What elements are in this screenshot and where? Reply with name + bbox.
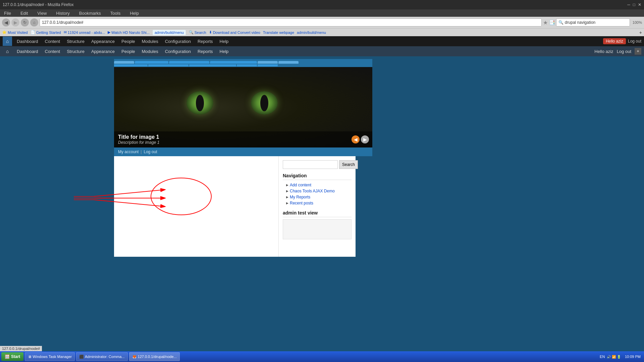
firefox-icon: 🦊: [132, 355, 137, 359]
page-icon: 📄: [31, 30, 35, 35]
site-tab-4[interactable]: [210, 61, 257, 64]
svg-point-6: [151, 178, 211, 215]
bookmark-most-visited[interactable]: ⭐ Most Visited: [2, 30, 28, 35]
site-tab-2[interactable]: [135, 61, 168, 64]
taskbar-command[interactable]: ⬛ Administrator: Comma...: [76, 352, 128, 361]
account-separator: |: [141, 149, 142, 154]
logout-link-2[interactable]: Log out: [617, 49, 631, 54]
content-with-annotation: [121, 163, 272, 250]
admin2-appearance[interactable]: Appearance: [88, 46, 118, 56]
drupal-home-icon[interactable]: ⌂: [3, 37, 12, 46]
refresh-button[interactable]: ↻: [21, 18, 29, 26]
admin-modules[interactable]: Modules: [139, 36, 162, 46]
taskbar-firefox[interactable]: 🦊 127.0.0.1/drupal/node...: [129, 352, 180, 361]
admin2-people[interactable]: People: [118, 46, 138, 56]
admin-logout[interactable]: Log out: [628, 39, 641, 44]
nav-list-item: My Reports: [286, 194, 352, 200]
menu-tools[interactable]: Tools: [108, 8, 122, 18]
expand-button[interactable]: +: [635, 48, 641, 55]
new-tab-button[interactable]: +: [639, 30, 642, 35]
browser-nav-bar: ◀ ▶ ↻ ⌂ 127.0.0.1/drupal/node# ★ 📑 🔍 dru…: [0, 17, 644, 28]
bookmark-getting-started[interactable]: 📄 Getting Started: [31, 30, 61, 35]
minimize-btn[interactable]: ─: [627, 2, 630, 7]
admin-test-view-content: [283, 219, 352, 239]
close-btn[interactable]: ✕: [638, 2, 641, 7]
home-button[interactable]: ⌂: [30, 18, 38, 26]
bookmark-admin-menu2[interactable]: admin/build/menu: [297, 31, 326, 35]
site-tab2-1[interactable]: [114, 64, 148, 66]
admin-help[interactable]: Help: [216, 36, 232, 46]
admin2-nav-right: Hello aziz Log out +: [594, 48, 641, 55]
site-tab-1[interactable]: [114, 61, 134, 64]
hero-description: Description for image 1: [118, 140, 368, 145]
site-tab2-3[interactable]: [189, 64, 236, 66]
browser-title: 127.0.0.1/drupal/node# - Mozilla Firefox: [3, 2, 73, 7]
menu-file[interactable]: File: [2, 8, 13, 18]
site-tab-3[interactable]: [169, 61, 209, 64]
task-manager-icon: 🖥: [28, 355, 32, 359]
admin-structure[interactable]: Structure: [63, 36, 88, 46]
site-tab-5[interactable]: [258, 61, 278, 64]
admin-content[interactable]: Content: [42, 36, 64, 46]
hello-text-2: Hello aziz: [594, 49, 613, 54]
admin2-modules[interactable]: Modules: [139, 46, 162, 56]
site-tab2-4[interactable]: [237, 64, 257, 66]
admin-dashboard[interactable]: Dashboard: [13, 36, 42, 46]
menu-edit[interactable]: Edit: [18, 8, 30, 18]
drupal-admin-bar-primary: ⌂ Dashboard Content Structure Appearance…: [0, 36, 644, 46]
bookmark-download[interactable]: ⬇ Download and Convert video: [209, 30, 260, 35]
address-bar[interactable]: 127.0.0.1/drupal/node#: [40, 18, 542, 26]
hero-caption: Title for image 1 Description for image …: [114, 131, 372, 147]
admin-reports[interactable]: Reports: [194, 36, 216, 46]
zoom-level: 100%: [633, 20, 642, 24]
admin2-configuration[interactable]: Configuration: [162, 46, 194, 56]
bookmark-admin-menu[interactable]: admin/build/menu: [152, 29, 186, 36]
drupal-home-icon-2[interactable]: ⌂: [3, 47, 12, 56]
admin2-reports[interactable]: Reports: [194, 46, 216, 56]
menu-bookmarks[interactable]: Bookmarks: [77, 8, 103, 18]
my-reports-link[interactable]: My Reports: [290, 195, 310, 199]
hero-next-button[interactable]: ▶: [361, 135, 369, 143]
maximize-btn[interactable]: □: [633, 2, 635, 7]
site-tab-6[interactable]: [278, 61, 299, 64]
recent-posts-link[interactable]: Recent posts: [290, 201, 313, 205]
menu-view[interactable]: View: [35, 8, 49, 18]
download-icon: ⬇: [209, 30, 212, 35]
hero-prev-button[interactable]: ◀: [352, 135, 360, 143]
back-button[interactable]: ◀: [2, 18, 10, 26]
logout-link-site[interactable]: Log out: [144, 149, 157, 154]
admin-people[interactable]: People: [118, 36, 138, 46]
svg-line-0: [94, 190, 164, 196]
search-input[interactable]: [283, 160, 338, 169]
menu-help[interactable]: Help: [128, 8, 141, 18]
forward-button[interactable]: ▶: [11, 18, 19, 26]
site-nav-tabs-row1: [114, 59, 372, 64]
admin2-help[interactable]: Help: [216, 46, 232, 56]
bookmark-email[interactable]: ✉ 11924 unread - abdu...: [64, 30, 105, 35]
admin2-content[interactable]: Content: [42, 46, 64, 56]
star-icon[interactable]: ★: [543, 19, 548, 26]
bookmark-naruto[interactable]: ▶ Watch HD Naruto Shi...: [108, 30, 150, 35]
start-button[interactable]: 🪟 Start: [1, 352, 23, 361]
bookmark-translate[interactable]: Translate webpage: [263, 31, 294, 35]
browser-search-bar[interactable]: 🔍 drupal navigation: [556, 18, 630, 26]
admin2-structure[interactable]: Structure: [63, 46, 88, 56]
admin-appearance[interactable]: Appearance: [88, 36, 118, 46]
site-tab2-2[interactable]: [148, 64, 189, 66]
chaos-tools-link[interactable]: Chaos Tools AJAX Demo: [290, 189, 335, 193]
site-nav-tabs-row2: [114, 64, 372, 67]
content-wrapper: Search Navigation Add content Chaos Tool…: [114, 156, 372, 257]
admin-configuration[interactable]: Configuration: [162, 36, 194, 46]
bookmark-search[interactable]: 🔍 Search: [189, 30, 206, 35]
bookmark-icon[interactable]: 📑: [549, 20, 555, 25]
add-content-link[interactable]: Add content: [290, 183, 311, 187]
taskbar-clock: 10:09 PM: [623, 355, 643, 359]
my-account-link[interactable]: My account: [118, 149, 139, 154]
search-button[interactable]: Search: [339, 160, 358, 169]
admin2-dashboard[interactable]: Dashboard: [13, 46, 42, 56]
taskbar-task-manager[interactable]: 🖥 Windows Task Manager: [25, 352, 75, 361]
menu-history[interactable]: History: [54, 8, 71, 18]
nav-list-item: Recent posts: [286, 200, 352, 206]
site-tab2-5[interactable]: [258, 64, 278, 66]
page-content: [114, 156, 278, 257]
